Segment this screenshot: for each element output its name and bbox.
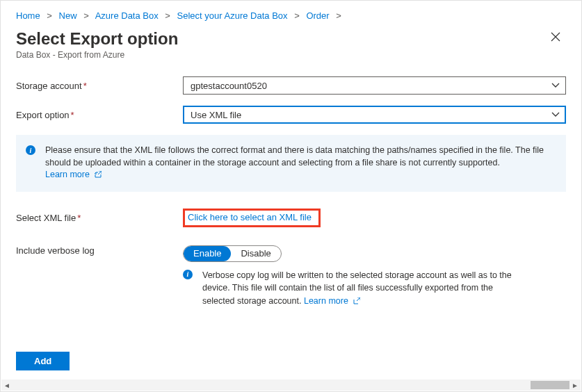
info-icon: i [183,270,197,309]
storage-account-dropdown[interactable]: gptestaccount0520 [183,76,566,95]
export-option-value: Use XML file [191,110,241,120]
info-box: i Please ensure that the XML file follow… [16,135,566,192]
export-option-dropdown[interactable]: Use XML file [183,106,566,124]
breadcrumb-order[interactable]: Order [306,10,329,21]
breadcrumb-new[interactable]: New [59,10,77,21]
panel: Home > New > Azure Data Box > Select you… [0,0,582,392]
chevron-down-icon [551,111,560,121]
chevron-down-icon [551,81,560,92]
page-title: Select Export option [16,29,178,49]
verbose-log-label: Include verbose log [16,245,183,256]
learn-more-link[interactable]: Learn more [45,170,102,179]
external-link-icon [353,295,360,309]
add-button[interactable]: Add [16,352,70,370]
select-xml-highlight: Click here to select an XML file [183,209,321,227]
info-icon: i [26,145,40,182]
select-xml-label: Select XML file* [16,213,183,223]
close-icon [551,32,560,42]
toggle-enable[interactable]: Enable [184,246,231,261]
verbose-learn-more-link[interactable]: Learn more [304,296,360,306]
breadcrumb-azure-data-box[interactable]: Azure Data Box [95,10,159,21]
page-subtitle: Data Box - Export from Azure [16,50,566,60]
storage-account-value: gptestaccount0520 [191,81,267,91]
scroll-left-arrow[interactable]: ◄ [1,379,13,391]
info-text: Please ensure that the XML file follows … [45,145,544,168]
breadcrumb: Home > New > Azure Data Box > Select you… [16,10,566,21]
storage-account-label: Storage account* [16,81,183,91]
verbose-log-toggle[interactable]: Enable Disable [183,245,282,262]
scroll-right-arrow[interactable]: ► [569,379,581,391]
scroll-track[interactable] [13,379,569,391]
breadcrumb-select-data-box[interactable]: Select your Azure Data Box [177,10,288,21]
horizontal-scrollbar[interactable]: ◄ ► [1,379,581,391]
breadcrumb-home[interactable]: Home [16,10,40,21]
toggle-disable[interactable]: Disable [231,246,280,261]
close-button[interactable] [545,29,566,47]
external-link-icon [95,170,102,182]
select-xml-link[interactable]: Click here to select an XML file [188,212,312,222]
export-option-label: Export option* [16,110,183,120]
scroll-thumb[interactable] [531,381,569,389]
